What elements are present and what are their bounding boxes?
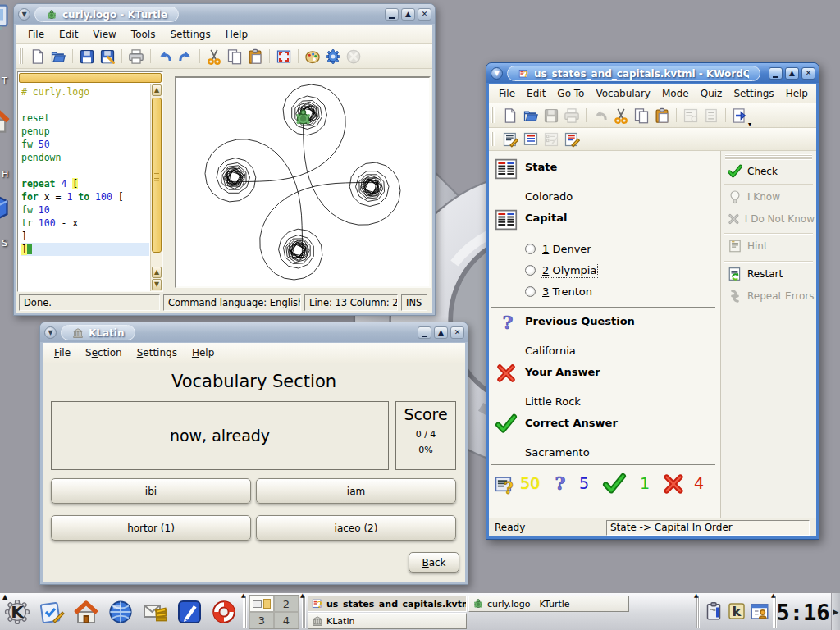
scroll-up-button[interactable]: ▲: [152, 84, 162, 96]
open-button[interactable]: [48, 47, 68, 66]
option-denver[interactable]: 1 Denver: [525, 243, 591, 255]
menu-view[interactable]: View: [85, 26, 123, 43]
mode-flashcard-button[interactable]: [521, 130, 541, 149]
paste-button[interactable]: [245, 47, 265, 66]
run-button[interactable]: [323, 47, 343, 66]
check-button[interactable]: Check: [728, 164, 815, 179]
maximize-button[interactable]: ▲: [434, 326, 448, 339]
kwordquiz-titlebar[interactable]: ▼ ? us_states_and_capitals.kvtml - KWord…: [486, 63, 819, 83]
task-button-kturtle[interactable]: curly.logo - KTurtle: [468, 596, 629, 612]
home-launcher-icon[interactable]: [72, 598, 100, 626]
back-button[interactable]: Back: [409, 552, 459, 573]
cut-button[interactable]: [611, 106, 631, 126]
option-olympia[interactable]: 2 Olympia: [525, 264, 596, 276]
menu-tools[interactable]: Tools: [124, 26, 163, 43]
menu-settings[interactable]: Settings: [162, 26, 217, 43]
menu-settings[interactable]: Settings: [130, 345, 185, 361]
toolbar-grip[interactable]: [19, 48, 24, 64]
new-button[interactable]: [500, 106, 520, 126]
kmenu-button[interactable]: K: [3, 598, 31, 626]
close-button[interactable]: ✕: [418, 8, 431, 21]
minimize-button[interactable]: [385, 8, 399, 21]
radio-button[interactable]: [525, 265, 536, 276]
answer-button-1[interactable]: ibi: [51, 478, 251, 504]
redo-button[interactable]: [176, 47, 195, 66]
menu-section[interactable]: Section: [78, 345, 130, 361]
window-menu-button[interactable]: ▼: [44, 326, 57, 339]
open-button[interactable]: [521, 106, 541, 126]
minimize-button[interactable]: [418, 326, 431, 339]
menu-quiz[interactable]: Quiz: [695, 85, 728, 102]
trash-desktop-icon[interactable]: [0, 2, 11, 38]
klipper-tray-icon[interactable]: [704, 601, 724, 621]
go-next-button[interactable]: ▾: [730, 106, 750, 126]
code-area[interactable]: # curly.logoresetpenupfw 50pendownrepeat…: [18, 84, 149, 291]
minimize-button[interactable]: [769, 67, 783, 80]
menu-file[interactable]: File: [493, 85, 521, 102]
menu-file[interactable]: File: [21, 26, 52, 43]
applet-handle[interactable]: ▲: [696, 596, 700, 628]
pager-desktop-2[interactable]: 2: [274, 596, 299, 612]
option-trenton[interactable]: 3 Trenton: [525, 285, 592, 298]
editor-vertical-scrollbar[interactable]: ▲ ▲ ▼: [150, 84, 162, 291]
browser-launcher-icon[interactable]: [107, 598, 135, 626]
radio-button[interactable]: [525, 286, 536, 297]
new-button[interactable]: [28, 47, 48, 66]
toolbar-grip[interactable]: [491, 107, 496, 123]
calendar-tray-icon[interactable]: [750, 601, 769, 621]
save-as-button[interactable]: [98, 47, 117, 66]
mail-launcher-icon[interactable]: [141, 598, 169, 626]
menu-settings[interactable]: Settings: [728, 85, 779, 102]
applet-handle[interactable]: ▲: [243, 596, 247, 628]
menu-help[interactable]: Help: [185, 345, 221, 361]
window-menu-button[interactable]: ▼: [491, 67, 503, 80]
korganizer-reminder-tray-icon[interactable]: k: [727, 601, 746, 621]
close-button[interactable]: ✕: [801, 67, 815, 80]
save-button[interactable]: [77, 47, 97, 66]
scroll-up-button2[interactable]: ▲: [152, 267, 162, 278]
digital-clock[interactable]: 5:16: [778, 597, 829, 627]
menu-mode[interactable]: Mode: [656, 85, 695, 102]
scroll-down-button[interactable]: ▼: [152, 279, 162, 290]
kword-launcher-icon[interactable]: [176, 598, 203, 626]
menu-vocabulary[interactable]: Vocabulary: [590, 85, 656, 102]
maximize-button[interactable]: ▲: [401, 8, 415, 21]
mode-qa-button[interactable]: [562, 130, 582, 149]
code-editor[interactable]: # curly.logoresetpenupfw 50pendownrepeat…: [17, 71, 163, 292]
panel-collapse-arrow[interactable]: ▶: [831, 593, 840, 630]
pager-desktop-4[interactable]: 4: [274, 612, 299, 628]
pager-desktop-1[interactable]: [249, 596, 274, 612]
answer-button-3[interactable]: hortor (1): [51, 515, 251, 541]
menu-edit[interactable]: Edit: [521, 85, 551, 102]
help-launcher-icon[interactable]: [210, 598, 238, 626]
task-button-kwordquiz[interactable]: ? us_states_and_capitals.kvtml: [308, 596, 467, 612]
applet-handle[interactable]: ▲: [302, 596, 306, 628]
panel-grip[interactable]: [725, 154, 812, 160]
menu-edit[interactable]: Edit: [52, 26, 85, 43]
menu-go-to[interactable]: Go To: [551, 85, 590, 102]
toolbar-grip[interactable]: [491, 132, 496, 146]
print-button[interactable]: [126, 47, 146, 66]
window-menu-button[interactable]: ▼: [18, 8, 30, 21]
scrollbar-handle[interactable]: [152, 98, 162, 253]
kturtle-titlebar[interactable]: ▼ curly.logo - KTurtle ▲ ✕: [14, 4, 435, 24]
menu-file[interactable]: File: [47, 345, 78, 361]
notes-launcher-icon[interactable]: [38, 598, 66, 626]
task-button-klatin[interactable]: KLatin: [308, 613, 467, 629]
home-desktop-icon[interactable]: [0, 105, 11, 141]
menu-help[interactable]: Help: [780, 85, 814, 102]
system-desktop-icon[interactable]: [0, 192, 11, 228]
menu-help[interactable]: Help: [218, 26, 255, 43]
answer-button-2[interactable]: iam: [256, 478, 456, 504]
radio-button[interactable]: [525, 244, 536, 254]
answer-button-4[interactable]: iaceo (2): [256, 515, 456, 541]
full-screen-button[interactable]: [274, 47, 294, 66]
restart-button[interactable]: Restart: [728, 267, 815, 281]
close-button[interactable]: ✕: [450, 326, 464, 339]
copy-button[interactable]: [225, 47, 244, 66]
color-picker-button[interactable]: [303, 47, 322, 66]
editor-horizontal-scrollbar[interactable]: [19, 73, 162, 83]
cut-button[interactable]: [204, 47, 224, 66]
maximize-button[interactable]: ▲: [785, 67, 799, 80]
undo-button[interactable]: [155, 47, 175, 66]
